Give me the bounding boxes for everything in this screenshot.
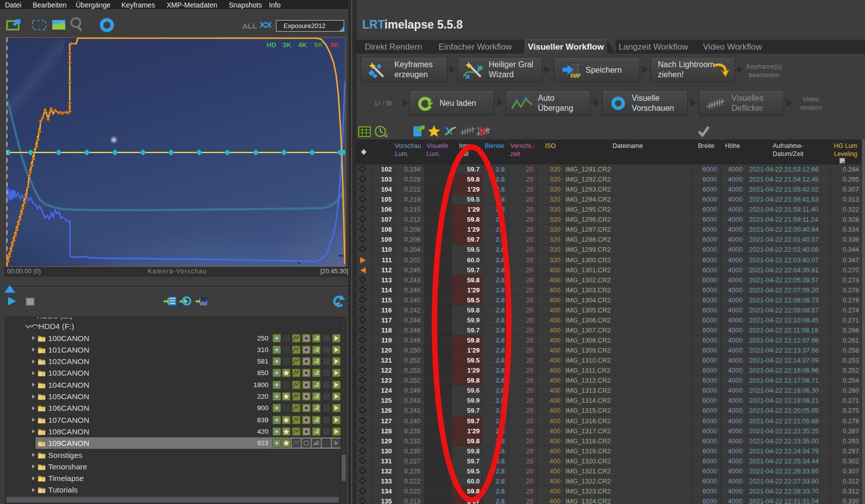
svg-text:ALL: ALL [242, 22, 257, 30]
